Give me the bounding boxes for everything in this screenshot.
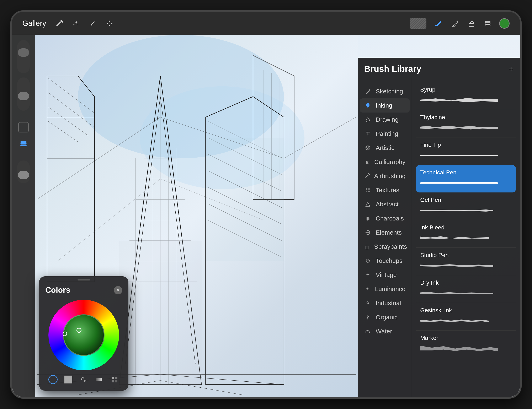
color-gradient-tool[interactable] [94, 374, 104, 384]
opacity-slider[interactable] [17, 40, 30, 73]
undo-button[interactable] [18, 122, 29, 132]
brush-tool-icon[interactable] [433, 18, 443, 29]
svg-rect-48 [366, 188, 367, 190]
layers-icon[interactable] [483, 18, 493, 29]
category-drawing[interactable]: Drawing [360, 112, 410, 127]
category-industrial[interactable]: Industrial [360, 296, 410, 310]
stroke-shape-thylacine [420, 125, 498, 131]
colors-title: Colors [45, 286, 70, 295]
category-touchups[interactable]: Touchups [360, 254, 410, 268]
svg-rect-4 [485, 23, 490, 24]
brush-item-marker[interactable]: Marker [416, 330, 516, 358]
stroke-preview-technical-pen [420, 178, 512, 188]
color-selector-dot[interactable] [76, 328, 81, 333]
color-wheel-container[interactable] [48, 300, 119, 370]
smudge-tool-icon[interactable] [449, 18, 460, 29]
category-inking[interactable]: Inking [360, 98, 410, 112]
brush-list-inner: Syrup Thylacine [412, 82, 520, 358]
secondary-slider[interactable] [17, 161, 30, 183]
brush-item-fine-tip[interactable]: Fine Tip [416, 137, 516, 165]
brush-item-syrup[interactable]: Syrup [416, 82, 516, 110]
category-textures[interactable]: Textures [360, 183, 410, 197]
brush-item-studio-pen[interactable]: Studio Pen [416, 248, 516, 275]
color-wheel[interactable] [48, 300, 119, 370]
luminance-icon [364, 285, 371, 293]
category-water[interactable]: Water [360, 324, 410, 338]
brush-name-ink-bleed: Ink Bleed [420, 224, 512, 231]
painting-icon [364, 130, 371, 137]
brush-name-gel-pen: Gel Pen [420, 197, 512, 203]
top-right-icons [410, 18, 510, 29]
brush-item-technical-pen[interactable]: Technical Pen [416, 165, 516, 192]
brush-panel-content: Sketching Inking Drawing [358, 78, 520, 397]
elements-icon [364, 229, 371, 236]
textures-icon [364, 186, 371, 194]
stroke-preview-ink-bleed [420, 233, 512, 243]
gallery-button[interactable]: Gallery [22, 19, 46, 28]
sketching-icon [364, 88, 371, 95]
size-slider[interactable] [17, 77, 30, 111]
category-elements[interactable]: Elements [360, 226, 410, 240]
brush-name-fine-tip: Fine Tip [420, 142, 512, 148]
category-luminance[interactable]: Luminance [360, 282, 410, 296]
eraser-icon[interactable] [466, 18, 476, 29]
category-artistic[interactable]: Artistic [360, 141, 410, 155]
color-palette-tool[interactable] [110, 374, 120, 384]
water-icon [364, 328, 371, 335]
disc-icon [48, 375, 57, 384]
category-spraypaints[interactable]: Spraypaints [360, 240, 410, 254]
color-harmony-tool[interactable] [79, 374, 89, 384]
category-organic[interactable]: Organic [360, 310, 410, 324]
brush-list: Syrup Thylacine [412, 78, 520, 397]
abstract-icon [364, 200, 371, 208]
left-panel [12, 35, 35, 397]
category-calligraphy[interactable]: a Calligraphy [360, 155, 410, 169]
svg-point-1 [435, 25, 437, 26]
brush-item-gesinski-ink[interactable]: Gesinski Ink [416, 303, 516, 330]
stroke-shape-studio-pen [420, 263, 493, 269]
svg-rect-40 [206, 138, 284, 261]
svg-rect-49 [368, 188, 370, 190]
brush-item-ink-bleed[interactable]: Ink Bleed [416, 220, 516, 248]
vintage-icon [364, 271, 371, 279]
color-bottom-tools [45, 374, 122, 384]
svg-rect-2 [469, 23, 474, 26]
magic-icon[interactable] [71, 18, 81, 29]
svg-point-44 [368, 146, 370, 148]
brush-item-gel-pen[interactable]: Gel Pen [416, 192, 516, 220]
drag-handle [77, 279, 90, 281]
colors-popup: Colors × [39, 276, 128, 391]
brush-item-thylacine[interactable]: Thylacine [416, 110, 516, 137]
svg-rect-61 [112, 377, 114, 379]
calligraphy-icon: a [364, 158, 370, 166]
category-sketching[interactable]: Sketching [360, 84, 410, 98]
stroke-preview-gesinski-ink [420, 316, 512, 326]
category-airbrushing[interactable]: Airbrushing [360, 169, 410, 183]
color-outer-dot[interactable] [63, 332, 67, 336]
svg-rect-63 [112, 380, 114, 382]
category-charcoals[interactable]: Charcoals [360, 211, 410, 226]
transform-icon[interactable] [104, 18, 115, 29]
smudge-icon[interactable] [88, 18, 98, 29]
colors-close-button[interactable]: × [114, 286, 122, 294]
colors-header: Colors × [45, 282, 122, 295]
svg-point-43 [366, 146, 367, 148]
stroke-shape-dry-ink [420, 291, 493, 296]
touchups-icon [364, 257, 371, 264]
spraypaints-icon [364, 243, 370, 250]
brush-item-dry-ink[interactable]: Dry Ink [416, 275, 516, 303]
stroke-shape-gel-pen [420, 208, 493, 213]
stroke-shape-marker [420, 344, 498, 353]
color-square-tool[interactable] [63, 374, 73, 384]
svg-rect-51 [368, 191, 370, 192]
canvas-area[interactable]: Brush Library + Sketching [12, 35, 520, 397]
color-disc-tool[interactable] [48, 374, 58, 384]
svg-rect-60 [96, 378, 102, 381]
category-painting[interactable]: Painting [360, 127, 410, 141]
color-wheel-inner[interactable] [63, 314, 104, 356]
color-swatch[interactable] [499, 18, 510, 29]
add-brush-button[interactable]: + [508, 64, 514, 73]
category-vintage[interactable]: Vintage [360, 268, 410, 282]
category-abstract[interactable]: Abstract [360, 197, 410, 211]
wrench-icon[interactable] [55, 18, 65, 29]
